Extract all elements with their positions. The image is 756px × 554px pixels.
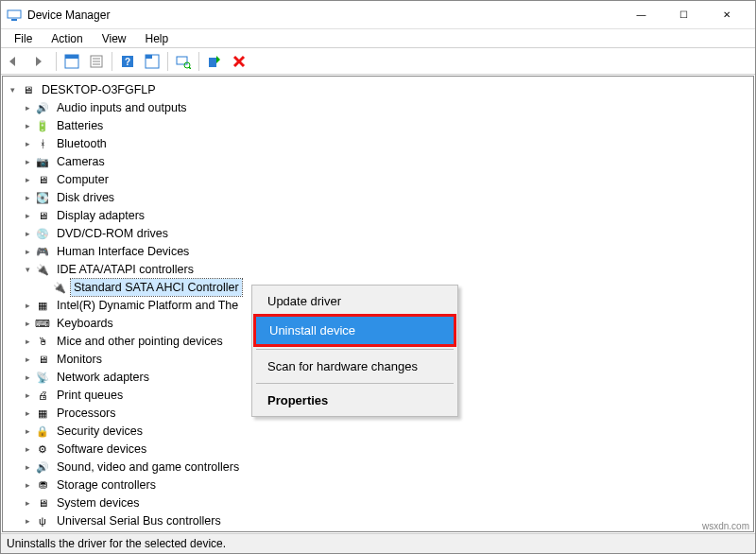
expand-icon[interactable]: ▸ bbox=[22, 246, 33, 257]
menu-view[interactable]: View bbox=[93, 30, 136, 47]
expand-icon[interactable]: ▸ bbox=[22, 102, 33, 113]
tree-category[interactable]: ▸🔊Audio inputs and outputs bbox=[5, 98, 751, 116]
collapse-icon[interactable]: ▾ bbox=[22, 264, 33, 275]
expand-icon[interactable]: ▸ bbox=[22, 156, 33, 167]
expand-icon[interactable]: ▸ bbox=[22, 318, 33, 329]
expand-icon[interactable]: ▸ bbox=[22, 425, 33, 437]
node-label: DESKTOP-O3FGFLP bbox=[39, 81, 159, 98]
tree-category[interactable]: ▸🔒Security devices bbox=[5, 422, 751, 440]
context-menu-item[interactable]: Uninstall device bbox=[256, 317, 454, 344]
tree-category[interactable]: ▸🔋Batteries bbox=[5, 116, 751, 134]
tree-category[interactable]: ▸💽Disk drives bbox=[5, 188, 751, 206]
expand-icon[interactable]: ▸ bbox=[22, 443, 33, 455]
tree-category[interactable]: ▸⚙Software devices bbox=[5, 440, 751, 458]
action-button[interactable] bbox=[141, 51, 163, 72]
expand-icon[interactable]: ▸ bbox=[22, 192, 33, 203]
minimize-button[interactable]: — bbox=[620, 1, 662, 29]
statusbar-text: Uninstalls the driver for the selected d… bbox=[7, 537, 226, 550]
node-label: Audio inputs and outputs bbox=[54, 99, 190, 116]
show-hidden-button[interactable] bbox=[60, 51, 83, 72]
battery-icon: 🔋 bbox=[35, 118, 50, 133]
help-button[interactable]: ? bbox=[116, 51, 139, 72]
node-label: Standard SATA AHCI Controller bbox=[71, 279, 242, 296]
toolbar-separator bbox=[167, 52, 168, 71]
tree-category[interactable]: ▸🎮Human Interface Devices bbox=[5, 242, 751, 260]
tree-category[interactable]: ▸🖥System devices bbox=[5, 493, 751, 511]
expand-icon[interactable]: ▸ bbox=[22, 210, 33, 221]
print-icon: 🖨 bbox=[35, 388, 50, 403]
svg-rect-3 bbox=[65, 55, 78, 59]
menu-action[interactable]: Action bbox=[42, 30, 92, 47]
expand-icon[interactable]: ▸ bbox=[22, 497, 33, 509]
expand-icon[interactable]: ▸ bbox=[22, 354, 33, 365]
node-label: Display adapters bbox=[54, 207, 147, 224]
node-label: Sound, video and game controllers bbox=[54, 459, 242, 476]
uninstall-button[interactable] bbox=[228, 51, 250, 72]
close-button[interactable]: ✕ bbox=[705, 1, 747, 29]
software-icon: ⚙ bbox=[35, 441, 50, 457]
node-label: Cameras bbox=[54, 153, 108, 170]
tree-category[interactable]: ▸⛃Storage controllers bbox=[5, 476, 751, 493]
menu-help[interactable]: Help bbox=[136, 30, 179, 47]
tree-category[interactable]: ▸ᚼBluetooth bbox=[5, 134, 751, 152]
maximize-button[interactable]: ☐ bbox=[662, 1, 705, 29]
context-menu-item[interactable]: Properties bbox=[254, 387, 455, 414]
disk-icon: 💽 bbox=[35, 190, 50, 205]
chip-icon: ▦ bbox=[35, 298, 50, 313]
context-menu-separator bbox=[256, 383, 454, 384]
node-label: IDE ATA/ATAPI controllers bbox=[54, 261, 197, 278]
tree-category[interactable]: ▸💿DVD/CD-ROM drives bbox=[5, 224, 751, 242]
sound-icon: 🔊 bbox=[35, 459, 50, 475]
tree-category[interactable]: ▸ψUniversal Serial Bus controllers bbox=[5, 511, 751, 529]
update-driver-button[interactable] bbox=[203, 51, 226, 72]
expand-icon[interactable]: ▸ bbox=[22, 300, 33, 311]
expand-icon[interactable]: ▸ bbox=[22, 372, 33, 383]
tree-category[interactable]: ▸🖥Display adapters bbox=[5, 206, 751, 224]
statusbar: Uninstalls the driver for the selected d… bbox=[1, 533, 755, 553]
expand-icon[interactable]: ▸ bbox=[22, 461, 33, 473]
context-menu-item[interactable]: Scan for hardware changes bbox=[254, 353, 455, 380]
node-label: Print queues bbox=[54, 387, 126, 404]
tree-category[interactable]: ▸🖥Computer bbox=[5, 170, 751, 188]
menu-file[interactable]: File bbox=[5, 30, 42, 47]
expand-icon[interactable]: ▸ bbox=[22, 390, 33, 401]
svg-rect-1 bbox=[11, 19, 17, 21]
context-menu: Update driverUninstall deviceScan for ha… bbox=[251, 285, 458, 417]
nav-forward-button[interactable] bbox=[29, 51, 52, 72]
scan-hardware-button[interactable] bbox=[172, 51, 195, 72]
svg-rect-0 bbox=[8, 10, 21, 18]
security-icon: 🔒 bbox=[35, 424, 50, 439]
expand-icon[interactable]: ▸ bbox=[22, 174, 33, 185]
expand-icon[interactable]: ▸ bbox=[22, 479, 33, 491]
node-label: Intel(R) Dynamic Platform and The bbox=[54, 297, 241, 314]
tree-category[interactable]: ▸📷Cameras bbox=[5, 152, 751, 170]
usb-icon: ψ bbox=[35, 513, 50, 528]
tree-category[interactable]: ▸🔊Sound, video and game controllers bbox=[5, 458, 751, 476]
highlight-box: Uninstall device bbox=[253, 314, 456, 347]
collapse-icon[interactable]: ▾ bbox=[7, 84, 18, 95]
expand-icon[interactable]: ▸ bbox=[22, 228, 33, 239]
context-menu-separator bbox=[256, 349, 454, 350]
dvd-icon: 💿 bbox=[35, 226, 50, 241]
expand-icon[interactable]: ▸ bbox=[22, 515, 33, 527]
tree-category[interactable]: ▾🔌IDE ATA/ATAPI controllers bbox=[5, 260, 751, 278]
storage-icon: ⛃ bbox=[35, 477, 50, 493]
display-icon: 🖥 bbox=[35, 208, 50, 223]
network-icon: 📡 bbox=[35, 370, 50, 385]
ide-icon: 🔌 bbox=[35, 262, 50, 277]
node-label: Software devices bbox=[54, 441, 149, 458]
properties-button[interactable] bbox=[85, 51, 108, 72]
context-menu-item[interactable]: Update driver bbox=[254, 287, 455, 315]
expand-icon[interactable]: ▸ bbox=[22, 138, 33, 149]
node-label: Computer bbox=[54, 171, 112, 188]
expand-icon[interactable]: ▸ bbox=[22, 336, 33, 347]
node-label: Processors bbox=[54, 405, 119, 422]
expand-icon[interactable]: ▸ bbox=[22, 407, 33, 419]
toolbar-separator bbox=[56, 52, 57, 71]
node-label: Keyboards bbox=[54, 315, 116, 332]
tree-root[interactable]: ▾🖥DESKTOP-O3FGFLP bbox=[5, 80, 751, 98]
watermark: wsxdn.com bbox=[702, 521, 749, 531]
expand-icon[interactable]: ▸ bbox=[22, 120, 33, 131]
nav-back-button[interactable] bbox=[5, 51, 27, 72]
twisty-blank: · bbox=[39, 282, 50, 293]
